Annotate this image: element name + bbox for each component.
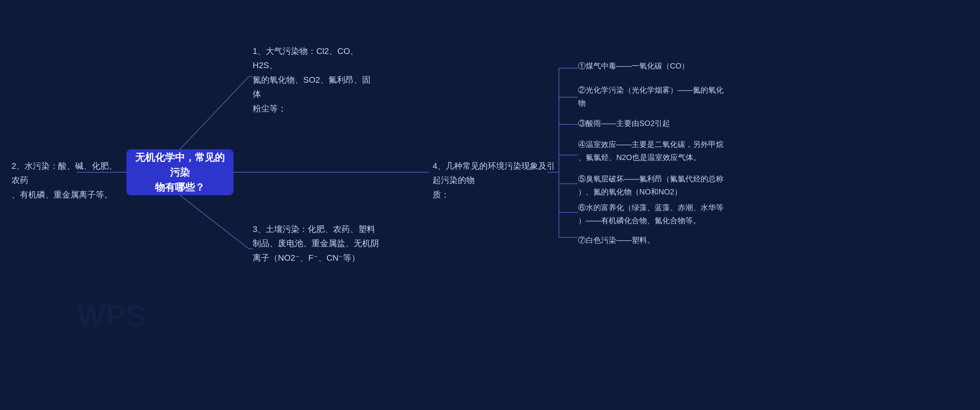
connection-lines	[0, 0, 980, 410]
center-label: 无机化学中，常见的污染 物有哪些？	[132, 150, 228, 195]
svg-line-3	[180, 195, 249, 249]
center-node: 无机化学中，常见的污染 物有哪些？	[126, 149, 234, 195]
mind-map: 无机化学中，常见的污染 物有哪些？ 2、水污染：酸、碱、化肥、农药 、有机磷、重…	[0, 0, 980, 410]
svg-line-1	[180, 77, 249, 149]
